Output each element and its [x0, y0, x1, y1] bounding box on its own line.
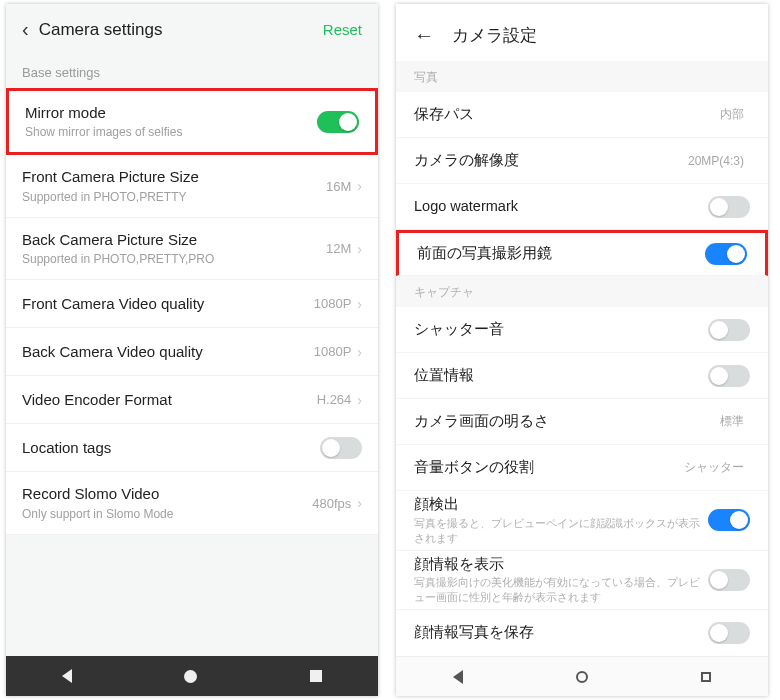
- page-title: カメラ設定: [452, 24, 537, 47]
- row-record-slomo[interactable]: Record Slomo Video Only support in Slomo…: [6, 472, 378, 534]
- row-title: 顔情報を表示: [414, 555, 708, 575]
- row-value: 12M: [326, 241, 351, 256]
- nav-back-icon[interactable]: [453, 670, 463, 684]
- nav-bar: [396, 656, 768, 696]
- toggle-logo-watermark[interactable]: [708, 196, 750, 218]
- empty-area: [6, 535, 378, 656]
- row-title: 顔検出: [414, 495, 708, 515]
- section-base-settings: Base settings: [6, 51, 378, 88]
- row-title: Record Slomo Video: [22, 484, 312, 504]
- row-subtitle: Supported in PHOTO,PRETTY,PRO: [22, 251, 326, 267]
- chevron-right-icon: ›: [357, 392, 362, 408]
- row-face-info[interactable]: 顔情報を表示 写真撮影向けの美化機能が有効になっている場合、プレビュー画面に性別…: [396, 551, 768, 611]
- section-photo: 写真: [396, 61, 768, 92]
- row-subtitle: 写真撮影向けの美化機能が有効になっている場合、プレビュー画面に性別と年齢が表示さ…: [414, 575, 708, 605]
- row-title: Front Camera Picture Size: [22, 167, 326, 187]
- row-value: 480fps: [312, 496, 351, 511]
- header-right: ← カメラ設定: [396, 4, 768, 61]
- nav-home-icon[interactable]: [576, 671, 588, 683]
- toggle-mirror-mode[interactable]: [317, 111, 359, 133]
- nav-recent-icon[interactable]: [310, 670, 322, 682]
- row-face-detect[interactable]: 顔検出 写真を撮ると、プレビューペインに顔認識ボックスが表示されます: [396, 491, 768, 551]
- row-location-info[interactable]: 位置情報: [396, 353, 768, 399]
- chevron-right-icon: ›: [357, 495, 362, 511]
- row-save-path[interactable]: 保存パス 内部: [396, 92, 768, 138]
- row-title: Video Encoder Format: [22, 390, 317, 410]
- row-title: Mirror mode: [25, 103, 317, 123]
- nav-recent-icon[interactable]: [701, 672, 711, 682]
- row-title: Back Camera Picture Size: [22, 230, 326, 250]
- toggle-face-save[interactable]: [708, 622, 750, 644]
- row-volume-button[interactable]: 音量ボタンの役割 シャッター: [396, 445, 768, 491]
- toggle-location-tags[interactable]: [320, 437, 362, 459]
- row-location-tags[interactable]: Location tags: [6, 424, 378, 472]
- row-screen-brightness[interactable]: カメラ画面の明るさ 標準: [396, 399, 768, 445]
- phone-left: ‹ Camera settings Reset Base settings Mi…: [6, 4, 378, 696]
- row-title: Location tags: [22, 438, 320, 458]
- row-back-video-quality[interactable]: Back Camera Video quality 1080P ›: [6, 328, 378, 376]
- row-subtitle: Show mirror images of selfies: [25, 124, 317, 140]
- row-subtitle: Only support in Slomo Mode: [22, 506, 312, 522]
- chevron-right-icon: ›: [357, 344, 362, 360]
- row-title: Front Camera Video quality: [22, 294, 314, 314]
- page-title: Camera settings: [39, 20, 323, 40]
- back-icon[interactable]: ‹: [22, 18, 29, 41]
- row-value: 16M: [326, 179, 351, 194]
- row-title: 前面の写真撮影用鏡: [417, 244, 705, 264]
- row-title: 保存パス: [414, 105, 720, 125]
- row-subtitle: Supported in PHOTO,PRETTY: [22, 189, 326, 205]
- row-title: カメラの解像度: [414, 151, 688, 171]
- phone-right: ← カメラ設定 写真 保存パス 内部 カメラの解像度 20MP(4:3) Log…: [396, 4, 768, 696]
- chevron-right-icon: ›: [357, 241, 362, 257]
- row-front-mirror[interactable]: 前面の写真撮影用鏡: [396, 230, 768, 276]
- row-value: 1080P: [314, 344, 352, 359]
- row-video-encoder[interactable]: Video Encoder Format H.264 ›: [6, 376, 378, 424]
- row-logo-watermark[interactable]: Logo watermark: [396, 184, 768, 230]
- row-camera-resolution[interactable]: カメラの解像度 20MP(4:3): [396, 138, 768, 184]
- section-capture: キャプチャ: [396, 276, 768, 307]
- row-title: Back Camera Video quality: [22, 342, 314, 362]
- reset-button[interactable]: Reset: [323, 21, 362, 38]
- row-title: 音量ボタンの役割: [414, 458, 684, 478]
- row-value: 内部: [720, 106, 744, 123]
- toggle-location-info[interactable]: [708, 365, 750, 387]
- nav-back-icon[interactable]: [62, 669, 72, 683]
- row-front-camera-size[interactable]: Front Camera Picture Size Supported in P…: [6, 155, 378, 217]
- toggle-face-info[interactable]: [708, 569, 750, 591]
- row-title: カメラ画面の明るさ: [414, 412, 720, 432]
- toggle-face-detect[interactable]: [708, 509, 750, 531]
- chevron-right-icon: ›: [357, 178, 362, 194]
- row-value: 1080P: [314, 296, 352, 311]
- back-arrow-icon[interactable]: ←: [414, 24, 434, 47]
- row-front-video-quality[interactable]: Front Camera Video quality 1080P ›: [6, 280, 378, 328]
- row-title: 位置情報: [414, 366, 708, 386]
- row-title: シャッター音: [414, 320, 708, 340]
- row-value: 標準: [720, 413, 744, 430]
- row-back-camera-size[interactable]: Back Camera Picture Size Supported in PH…: [6, 218, 378, 280]
- chevron-right-icon: ›: [357, 296, 362, 312]
- row-title: Logo watermark: [414, 197, 708, 217]
- header-left: ‹ Camera settings Reset: [6, 4, 378, 51]
- toggle-shutter-sound[interactable]: [708, 319, 750, 341]
- row-mirror-mode[interactable]: Mirror mode Show mirror images of selfie…: [6, 88, 378, 155]
- row-face-save[interactable]: 顔情報写真を保存: [396, 610, 768, 656]
- nav-bar: [6, 656, 378, 696]
- toggle-front-mirror[interactable]: [705, 243, 747, 265]
- row-title: 顔情報写真を保存: [414, 623, 708, 643]
- row-value: H.264: [317, 392, 352, 407]
- row-subtitle: 写真を撮ると、プレビューペインに顔認識ボックスが表示されます: [414, 516, 708, 546]
- row-shutter-sound[interactable]: シャッター音: [396, 307, 768, 353]
- nav-home-icon[interactable]: [184, 670, 197, 683]
- row-value: シャッター: [684, 459, 744, 476]
- row-value: 20MP(4:3): [688, 154, 744, 168]
